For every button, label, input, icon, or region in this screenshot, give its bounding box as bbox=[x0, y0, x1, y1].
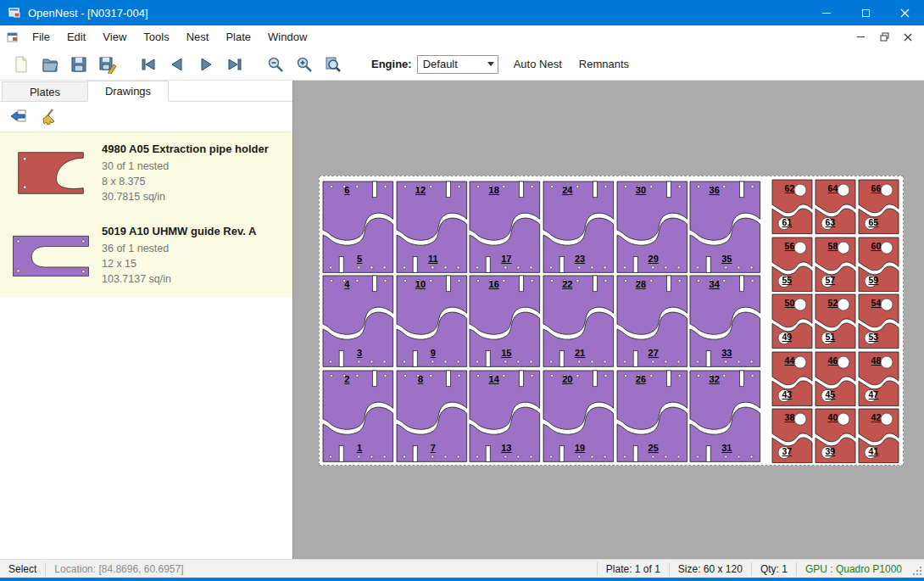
drawing-list-item[interactable]: 5019 A10 UHMW guide Rev. A 36 of 1 neste… bbox=[0, 215, 292, 297]
nested-part-pair-purple[interactable]: 4 3 bbox=[321, 274, 395, 368]
part-number: 10 bbox=[415, 279, 426, 289]
drawings-list: 4980 A05 Extraction pipe holder 30 of 1 … bbox=[0, 132, 292, 559]
nested-part-pair-purple[interactable]: 20 19 bbox=[542, 369, 615, 463]
nested-part-pair-purple[interactable]: 12 11 bbox=[395, 180, 469, 274]
part-number: 18 bbox=[489, 185, 499, 195]
part-number: 33 bbox=[721, 348, 732, 358]
menu-file[interactable]: File bbox=[24, 25, 58, 48]
nested-part-pair-purple[interactable]: 36 35 bbox=[688, 180, 762, 274]
nested-part-pair-purple[interactable]: 32 31 bbox=[688, 369, 762, 463]
part-number: 4 bbox=[344, 279, 349, 289]
next-plate-button[interactable] bbox=[192, 51, 220, 78]
menu-tools[interactable]: Tools bbox=[135, 25, 177, 48]
drawing-area: 103.7137 sq/in bbox=[102, 271, 256, 287]
nested-part-pair-purple[interactable]: 14 13 bbox=[468, 369, 542, 463]
mdi-restore-button[interactable] bbox=[878, 31, 890, 43]
nested-part-pair-purple[interactable]: 28 27 bbox=[615, 274, 689, 368]
broom-icon bbox=[40, 108, 58, 126]
part-number: 31 bbox=[721, 443, 732, 453]
nested-part-pair-red[interactable]: 58 57 bbox=[814, 236, 857, 293]
zoom-in-button[interactable] bbox=[290, 51, 319, 78]
nested-part-pair-purple[interactable]: 16 15 bbox=[468, 274, 542, 368]
nested-part-pair-red[interactable]: 48 47 bbox=[857, 350, 900, 408]
nest-canvas[interactable]: 6 5 12 11 18 17 bbox=[293, 81, 924, 559]
nested-part-pair-purple[interactable]: 8 7 bbox=[395, 369, 469, 463]
menu-window[interactable]: Window bbox=[259, 25, 315, 48]
nested-part-pair-purple[interactable]: 2 1 bbox=[321, 369, 395, 463]
part-number: 43 bbox=[782, 389, 793, 399]
nested-part-pair-purple[interactable]: 22 21 bbox=[542, 274, 615, 368]
auto-nest-button[interactable]: Auto Nest bbox=[505, 58, 571, 70]
nested-part-pair-red[interactable]: 64 63 bbox=[814, 178, 857, 236]
nested-part-pair-purple[interactable]: 24 23 bbox=[542, 180, 615, 274]
minimize-button[interactable] bbox=[807, 0, 846, 25]
status-qty: Qty: 1 bbox=[752, 560, 796, 578]
close-button[interactable] bbox=[885, 0, 924, 25]
menu-nest[interactable]: Nest bbox=[178, 25, 218, 48]
drawing-size: 12 x 15 bbox=[102, 256, 256, 271]
nested-part-pair-red[interactable]: 46 45 bbox=[814, 350, 857, 408]
part-number: 23 bbox=[575, 254, 585, 264]
zoom-fit-button[interactable] bbox=[319, 51, 348, 78]
nested-part-pair-purple[interactable]: 6 5 bbox=[321, 180, 395, 274]
add-to-plate-button[interactable] bbox=[7, 105, 31, 129]
nested-part-pair-purple[interactable]: 18 17 bbox=[468, 180, 542, 274]
nested-part-pair-red[interactable]: 44 43 bbox=[771, 350, 814, 408]
part-number: 26 bbox=[636, 374, 646, 384]
save-button[interactable] bbox=[64, 51, 93, 78]
save-as-button[interactable] bbox=[93, 51, 122, 78]
nested-part-pair-red[interactable]: 62 61 bbox=[771, 178, 814, 236]
nested-part-pair-red[interactable]: 40 39 bbox=[814, 407, 857, 465]
part-number: 36 bbox=[710, 185, 720, 195]
nested-part-pair-red[interactable]: 56 55 bbox=[771, 236, 814, 293]
nested-part-pair-purple[interactable]: 26 25 bbox=[615, 369, 689, 463]
status-size: Size: 60 x 120 bbox=[670, 560, 751, 578]
remnants-button[interactable]: Remnants bbox=[571, 58, 637, 70]
tab-drawings[interactable]: Drawings bbox=[87, 81, 169, 102]
menu-view[interactable]: View bbox=[94, 25, 135, 48]
maximize-icon bbox=[862, 9, 870, 17]
window-controls bbox=[807, 0, 924, 25]
nested-part-pair-red[interactable]: 42 41 bbox=[857, 407, 900, 465]
last-plate-button[interactable] bbox=[220, 51, 249, 78]
part-number: 13 bbox=[501, 443, 511, 453]
nested-part-pair-red[interactable]: 54 53 bbox=[857, 293, 900, 350]
engine-select[interactable]: Default bbox=[417, 55, 498, 74]
zoom-out-button[interactable] bbox=[261, 51, 290, 78]
part-thumbnail bbox=[10, 223, 92, 287]
nested-part-pair-red[interactable]: 52 51 bbox=[814, 293, 857, 350]
part-number: 64 bbox=[828, 183, 838, 193]
maximize-button[interactable] bbox=[846, 0, 885, 25]
part-number: 59 bbox=[869, 275, 879, 285]
nested-part-pair-red[interactable]: 50 49 bbox=[771, 293, 814, 350]
clear-button[interactable] bbox=[37, 105, 61, 129]
part-number: 29 bbox=[648, 254, 659, 264]
last-arrow-icon bbox=[225, 55, 244, 74]
plate-sheet[interactable]: 6 5 12 11 18 17 bbox=[319, 176, 904, 466]
resize-grip[interactable] bbox=[910, 560, 924, 578]
mdi-minimize-button[interactable] bbox=[854, 31, 866, 43]
part-number: 57 bbox=[826, 275, 836, 285]
next-arrow-icon bbox=[197, 55, 215, 74]
menu-edit[interactable]: Edit bbox=[58, 25, 94, 48]
nested-part-pair-red[interactable]: 38 37 bbox=[771, 407, 814, 465]
first-plate-button[interactable] bbox=[134, 51, 163, 78]
document-icon bbox=[7, 31, 19, 43]
drawing-list-item[interactable]: 4980 A05 Extraction pipe holder 30 of 1 … bbox=[0, 132, 292, 215]
menu-plate[interactable]: Plate bbox=[217, 25, 259, 48]
nested-part-pair-purple[interactable]: 34 33 bbox=[688, 274, 762, 368]
previous-plate-button[interactable] bbox=[163, 51, 192, 78]
open-button[interactable] bbox=[36, 51, 64, 78]
nested-part-pair-red[interactable]: 60 59 bbox=[857, 236, 900, 293]
mdi-close-button[interactable] bbox=[902, 31, 914, 43]
part-number: 44 bbox=[785, 355, 795, 366]
nested-part-pair-purple[interactable]: 10 9 bbox=[395, 274, 469, 368]
drawing-size: 8 x 8.375 bbox=[102, 174, 269, 189]
status-mode: Select bbox=[0, 560, 45, 578]
part-number: 51 bbox=[826, 332, 836, 342]
nested-part-pair-purple[interactable]: 30 29 bbox=[615, 180, 689, 274]
new-button[interactable] bbox=[7, 51, 36, 78]
nested-part-pair-red[interactable]: 66 65 bbox=[857, 178, 900, 236]
tab-plates[interactable]: Plates bbox=[2, 81, 88, 101]
part-number: 9 bbox=[431, 348, 436, 358]
